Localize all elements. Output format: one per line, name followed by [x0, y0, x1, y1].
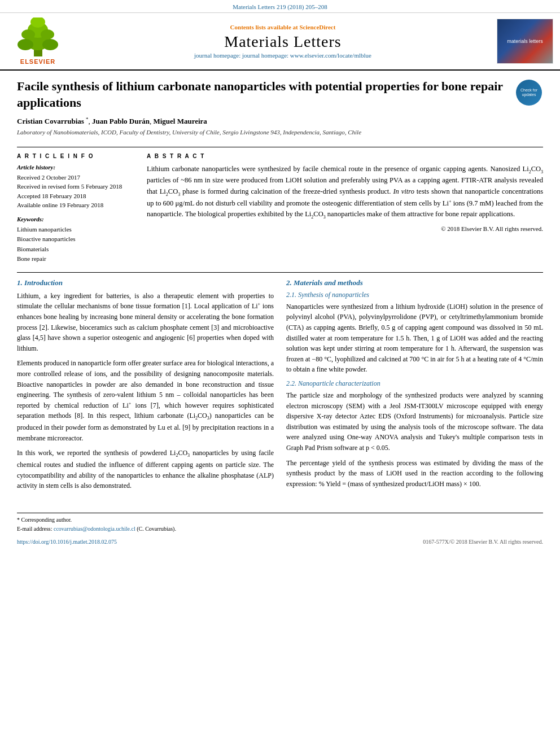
journal-homepage: journal homepage: journal homepage: www.… [75, 52, 491, 59]
journal-center: Contents lists available at ScienceDirec… [75, 24, 491, 59]
keyword-4: Bone repair [17, 254, 135, 264]
article-title-section: Facile synthesis of lithium carbonate na… [17, 78, 543, 141]
keyword-1: Lithium nanoparticles [17, 225, 135, 235]
article-title-text: Facile synthesis of lithium carbonate na… [17, 78, 509, 141]
homepage-label: journal homepage: [194, 52, 242, 59]
abstract-title: A B S T R A C T [147, 153, 543, 159]
history-label: Article history: [17, 164, 135, 171]
elsevier-tree-icon [14, 18, 62, 57]
section1-para1: Lithium, a key ingredient for batteries,… [17, 291, 274, 354]
keywords-section: Keywords: Lithium nanoparticles Bioactiv… [17, 216, 135, 264]
history-accepted: Accepted 18 February 2018 [17, 191, 135, 201]
check-for-updates-badge: Check for updates [515, 78, 543, 107]
abstract-text: Lithium carbonate nanoparticles were syn… [147, 164, 543, 221]
title-divider [17, 147, 543, 147]
section1-para3: In this work, we reported the synthesis … [17, 448, 274, 491]
doi-bar-text: Materials Letters 219 (2018) 205–208 [233, 3, 327, 10]
article-title: Facile synthesis of lithium carbonate na… [17, 78, 509, 111]
section2-sub2-text1: The particle size and morphology of the … [286, 390, 543, 453]
svg-point-3 [42, 39, 58, 50]
svg-point-6 [41, 29, 54, 40]
journal-title: Materials Letters [75, 33, 491, 51]
section2-sub1-heading: 2.1. Synthesis of nanoparticles [286, 291, 543, 299]
elsevier-logo-left: ELSEVIER [7, 18, 69, 65]
section2-sub2-text2: The percentage yield of the synthesis pr… [286, 458, 543, 490]
keywords-label: Keywords: [17, 216, 135, 222]
email-suffix: (C. Covarrubias). [135, 526, 176, 532]
author-superscript: * [86, 116, 89, 122]
history-online: Available online 19 February 2018 [17, 200, 135, 210]
keyword-3: Biomaterials [17, 244, 135, 255]
keyword-2: Bioactive nanoparticles [17, 234, 135, 244]
doi-bar: Materials Letters 219 (2018) 205–208 [0, 0, 560, 13]
article-info-abstract: A R T I C L E I N F O Article history: R… [17, 153, 543, 264]
section1-heading: 1. Introduction [17, 278, 274, 287]
abstract-divider [17, 272, 543, 273]
article-info: A R T I C L E I N F O Article history: R… [17, 153, 135, 264]
check-badge-icon: Check for updates [516, 80, 542, 106]
article-authors: Cristian Covarrubias *, Juan Pablo Durán… [17, 116, 509, 126]
article-abstract: A B S T R A C T Lithium carbonate nanopa… [147, 153, 543, 264]
page-wrapper: Materials Letters 219 (2018) 205–208 ELS… [0, 0, 560, 747]
right-column: 2. Materials and methods 2.1. Synthesis … [286, 278, 543, 496]
journal-logo-right: materials letters [497, 19, 553, 64]
footer-bottom: https://doi.org/10.1016/j.matlet.2018.02… [0, 536, 560, 547]
email-link[interactable]: ccovarrubias@odontologia.uchile.cl [54, 526, 135, 532]
section2-sub2-heading: 2.2. Nanoparticle characterization [286, 379, 543, 388]
history-received: Received 2 October 2017 [17, 173, 135, 182]
elsevier-label: ELSEVIER [20, 58, 55, 65]
section2-heading: 2. Materials and methods [286, 278, 543, 287]
article-affiliation: Laboratory of Nanobiomaterials, ICOD, Fa… [17, 129, 509, 136]
body-columns: 1. Introduction Lithium, a key ingredien… [17, 278, 543, 496]
sciencedirect-line: Contents lists available at ScienceDirec… [75, 24, 491, 30]
article-info-title: A R T I C L E I N F O [17, 153, 135, 159]
abstract-copyright: © 2018 Elsevier B.V. All rights reserved… [147, 225, 543, 232]
author-maureira: Miguel Maureira [153, 117, 207, 126]
section2-sub1-text: Nanoparticles were synthesized from a li… [286, 302, 543, 375]
author-covarrubias: Cristian Covarrubias [17, 117, 84, 126]
main-content: Facile synthesis of lithium carbonate na… [0, 71, 560, 501]
left-column: 1. Introduction Lithium, a key ingredien… [17, 278, 274, 496]
homepage-url[interactable]: journal homepage: www.elsevier.com/locat… [242, 52, 371, 59]
journal-header: ELSEVIER Contents lists available at Sci… [0, 13, 560, 71]
email-label: E-mail address: [17, 526, 54, 532]
article-history: Article history: Received 2 October 2017… [17, 164, 135, 210]
author-duran: Juan Pablo Durán [92, 117, 150, 126]
svg-point-2 [18, 39, 33, 50]
corresponding-author-marker: * Corresponding author. [17, 517, 543, 523]
article-footer: * Corresponding author. E-mail address: … [17, 513, 543, 533]
sciencedirect-prefix: Contents lists available at [230, 24, 300, 30]
email-footnote: E-mail address: ccovarrubias@odontologia… [17, 525, 543, 533]
sciencedirect-link[interactable]: ScienceDirect [299, 24, 335, 30]
footer-doi[interactable]: https://doi.org/10.1016/j.matlet.2018.02… [17, 539, 117, 545]
history-revised: Received in revised form 5 February 2018 [17, 182, 135, 191]
journal-cover-image: materials letters [497, 19, 553, 63]
section1-para2: Elements produced in nanoparticle form o… [17, 358, 274, 443]
svg-point-5 [21, 29, 35, 40]
footer-issn: 0167-577X/© 2018 Elsevier B.V. All right… [423, 539, 543, 545]
